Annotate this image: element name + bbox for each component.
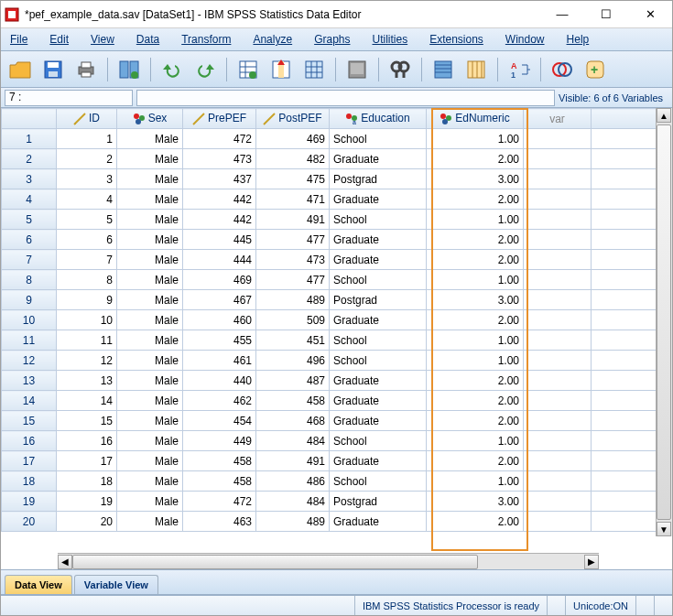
row-header[interactable]: 20: [2, 512, 57, 532]
cell-ednumeric[interactable]: 2.00: [427, 451, 524, 471]
cell-empty[interactable]: [524, 149, 592, 169]
cell-id[interactable]: 9: [57, 290, 117, 310]
cell-prepef[interactable]: 444: [183, 250, 256, 270]
scroll-thumb-h[interactable]: [72, 555, 478, 569]
cell-id[interactable]: 3: [57, 169, 117, 189]
menu-data[interactable]: Data: [131, 30, 165, 49]
cell-empty[interactable]: [524, 270, 592, 290]
value-labels-icon[interactable]: A1: [505, 56, 533, 83]
redo-icon[interactable]: [191, 56, 219, 83]
cell-sex[interactable]: Male: [117, 290, 183, 310]
cell-sex[interactable]: Male: [117, 351, 183, 371]
cell-sex[interactable]: Male: [117, 330, 183, 351]
cell-id[interactable]: 8: [57, 270, 117, 290]
cell-education[interactable]: School: [330, 351, 427, 371]
menu-transform[interactable]: Transform: [176, 30, 236, 49]
row-header[interactable]: 14: [2, 391, 57, 411]
data-grid[interactable]: ID Sex PrePEF PostPEF aEducation EdNumer…: [1, 108, 672, 532]
menu-file[interactable]: File: [5, 30, 33, 49]
cell-sex[interactable]: Male: [117, 270, 183, 290]
cell-ednumeric[interactable]: 2.00: [427, 189, 524, 210]
use-sets-icon[interactable]: [548, 56, 576, 83]
cell-sex[interactable]: Male: [117, 492, 183, 512]
table-row[interactable]: 1515Male454468Graduate2.00: [2, 411, 672, 431]
table-row[interactable]: 1313Male440487Graduate2.00: [2, 371, 672, 391]
cell-education[interactable]: Postgrad: [330, 169, 427, 189]
cell-postpef[interactable]: 458: [256, 391, 330, 411]
cell-prepef[interactable]: 455: [183, 330, 256, 351]
cell-postpef[interactable]: 509: [256, 310, 330, 330]
cell-id[interactable]: 12: [57, 351, 117, 371]
cell-empty[interactable]: [524, 471, 592, 492]
cell-postpef[interactable]: 477: [256, 230, 330, 250]
insert-cases-icon[interactable]: [429, 56, 457, 83]
cell-id[interactable]: 7: [57, 250, 117, 270]
cell-empty[interactable]: [524, 451, 592, 471]
row-header[interactable]: 2: [2, 149, 57, 169]
cell-sex[interactable]: Male: [117, 471, 183, 492]
menu-window[interactable]: Window: [500, 30, 550, 49]
cell-education[interactable]: Graduate: [330, 411, 427, 431]
cell-prepef[interactable]: 437: [183, 169, 256, 189]
row-header[interactable]: 15: [2, 411, 57, 431]
cell-id[interactable]: 2: [57, 149, 117, 169]
cell-prepef[interactable]: 467: [183, 290, 256, 310]
cell-empty[interactable]: [524, 351, 592, 371]
column-header-empty[interactable]: var: [524, 109, 592, 129]
cell-empty[interactable]: [524, 512, 592, 532]
cell-sex[interactable]: Male: [117, 310, 183, 330]
scroll-down-icon[interactable]: ▼: [657, 522, 671, 536]
cell-sex[interactable]: Male: [117, 411, 183, 431]
column-header-ednumeric[interactable]: EdNumeric: [427, 109, 524, 129]
cell-postpef[interactable]: 451: [256, 330, 330, 351]
row-header[interactable]: 19: [2, 492, 57, 512]
cell-sex[interactable]: Male: [117, 250, 183, 270]
row-header[interactable]: 5: [2, 210, 57, 230]
cell-postpef[interactable]: 484: [256, 431, 330, 451]
cell-postpef[interactable]: 471: [256, 189, 330, 210]
recall-dialog-icon[interactable]: [115, 56, 143, 83]
column-header-prepef[interactable]: PrePEF: [183, 109, 256, 129]
cell-ednumeric[interactable]: 3.00: [427, 492, 524, 512]
cell-empty[interactable]: [524, 129, 592, 149]
cell-postpef[interactable]: 489: [256, 512, 330, 532]
table-row[interactable]: 1717Male458491Graduate2.00: [2, 451, 672, 471]
scroll-up-icon[interactable]: ▲: [657, 108, 671, 123]
horizontal-scrollbar[interactable]: ◀ ▶: [58, 553, 599, 569]
cell-sex[interactable]: Male: [117, 230, 183, 250]
table-row[interactable]: 33Male437475Postgrad3.00: [2, 169, 672, 189]
cell-ednumeric[interactable]: 1.00: [427, 270, 524, 290]
row-header[interactable]: 9: [2, 290, 57, 310]
cell-sex[interactable]: Male: [117, 210, 183, 230]
table-row[interactable]: 1212Male461496School1.00: [2, 351, 672, 371]
table-row[interactable]: 77Male444473Graduate2.00: [2, 250, 672, 270]
cell-prepef[interactable]: 472: [183, 492, 256, 512]
cell-sex[interactable]: Male: [117, 431, 183, 451]
menu-analyze[interactable]: Analyze: [247, 30, 298, 49]
cell-empty[interactable]: [524, 431, 592, 451]
cell-id[interactable]: 10: [57, 310, 117, 330]
table-row[interactable]: 22Male473482Graduate2.00: [2, 149, 672, 169]
save-icon[interactable]: [39, 56, 67, 83]
cell-id[interactable]: 4: [57, 189, 117, 210]
cell-education[interactable]: Graduate: [330, 371, 427, 391]
cell-education[interactable]: School: [330, 129, 427, 149]
cell-ednumeric[interactable]: 2.00: [427, 149, 524, 169]
scroll-left-icon[interactable]: ◀: [58, 555, 72, 569]
cell-id[interactable]: 17: [57, 451, 117, 471]
cell-empty[interactable]: [524, 492, 592, 512]
cell-empty[interactable]: [524, 310, 592, 330]
open-icon[interactable]: [6, 56, 34, 83]
cell-reference-input[interactable]: 7 :: [5, 90, 133, 106]
cell-sex[interactable]: Male: [117, 391, 183, 411]
goto-case-icon[interactable]: [234, 56, 262, 83]
minimize-button[interactable]: —: [544, 4, 581, 26]
cell-id[interactable]: 11: [57, 330, 117, 351]
table-row[interactable]: 99Male467489Postgrad3.00: [2, 290, 672, 310]
table-row[interactable]: 1111Male455451School1.00: [2, 330, 672, 351]
run-syntax-icon[interactable]: [343, 56, 371, 83]
menu-extensions[interactable]: Extensions: [424, 30, 489, 49]
cell-empty[interactable]: [524, 371, 592, 391]
cell-id[interactable]: 14: [57, 391, 117, 411]
column-header-id[interactable]: ID: [57, 109, 117, 129]
